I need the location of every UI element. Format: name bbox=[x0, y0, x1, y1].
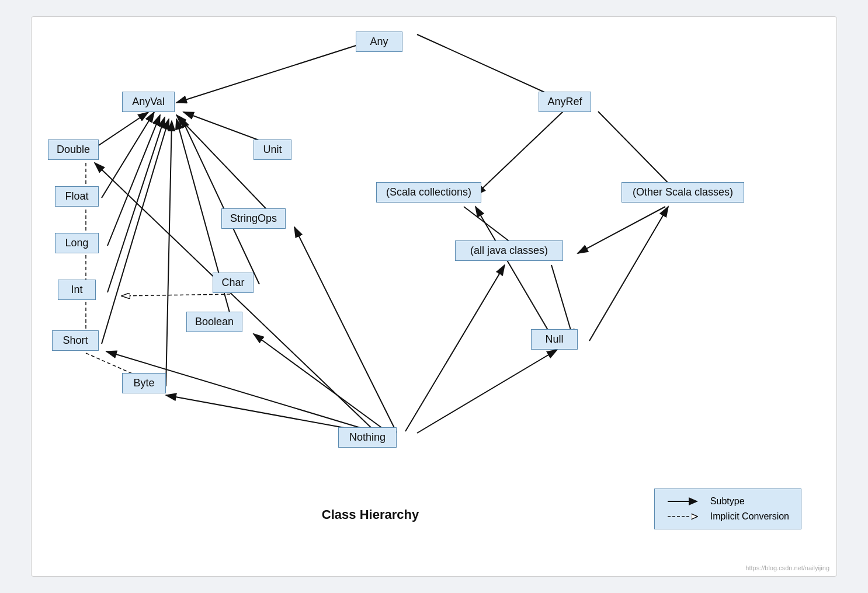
svg-line-30 bbox=[417, 350, 557, 433]
legend-box: Subtype Implicit Conversion bbox=[654, 489, 801, 529]
svg-line-10 bbox=[107, 117, 165, 292]
svg-line-20 bbox=[475, 111, 563, 195]
node-long: Long bbox=[55, 233, 99, 253]
svg-line-23 bbox=[578, 207, 665, 253]
svg-line-7 bbox=[176, 115, 277, 220]
svg-line-33 bbox=[589, 207, 668, 341]
node-stringops: StringOps bbox=[221, 208, 286, 229]
node-double: Double bbox=[48, 139, 99, 160]
legend-subtype-label: Subtype bbox=[710, 496, 745, 507]
node-anyval: AnyVal bbox=[122, 92, 175, 112]
node-all-java: (all java classes) bbox=[455, 240, 563, 261]
node-unit: Unit bbox=[254, 139, 291, 160]
caption: Class Hierarchy bbox=[283, 507, 458, 522]
svg-line-6 bbox=[102, 112, 154, 198]
node-byte: Byte bbox=[122, 373, 166, 393]
svg-line-31 bbox=[405, 265, 505, 431]
svg-line-29 bbox=[294, 227, 397, 432]
node-anyref: AnyRef bbox=[539, 92, 591, 112]
legend-implicit-row: Implicit Conversion bbox=[666, 511, 789, 522]
svg-line-13 bbox=[166, 121, 172, 386]
node-short: Short bbox=[52, 330, 99, 351]
svg-line-9 bbox=[181, 117, 259, 284]
node-nothing: Nothing bbox=[338, 427, 397, 448]
legend-subtype-row: Subtype bbox=[666, 496, 789, 507]
svg-line-8 bbox=[107, 115, 160, 246]
svg-line-28 bbox=[254, 334, 389, 433]
node-int: Int bbox=[58, 280, 96, 300]
node-float: Float bbox=[55, 186, 99, 207]
node-scala-col: (Scala collections) bbox=[376, 182, 481, 203]
node-null: Null bbox=[531, 329, 578, 350]
svg-line-11 bbox=[102, 119, 169, 344]
diagram-container: Any AnyVal AnyRef Double Unit Float Stri… bbox=[31, 16, 837, 577]
legend-implicit-label: Implicit Conversion bbox=[710, 511, 789, 522]
node-boolean: Boolean bbox=[186, 312, 242, 332]
watermark: https://blog.csdn.net/nailyijing bbox=[745, 564, 829, 571]
svg-line-19 bbox=[122, 294, 230, 296]
node-other-scala: (Other Scala classes) bbox=[622, 182, 744, 203]
svg-line-24 bbox=[551, 265, 574, 340]
node-any: Any bbox=[356, 32, 402, 52]
node-char: Char bbox=[213, 273, 254, 293]
svg-line-32 bbox=[475, 207, 554, 341]
